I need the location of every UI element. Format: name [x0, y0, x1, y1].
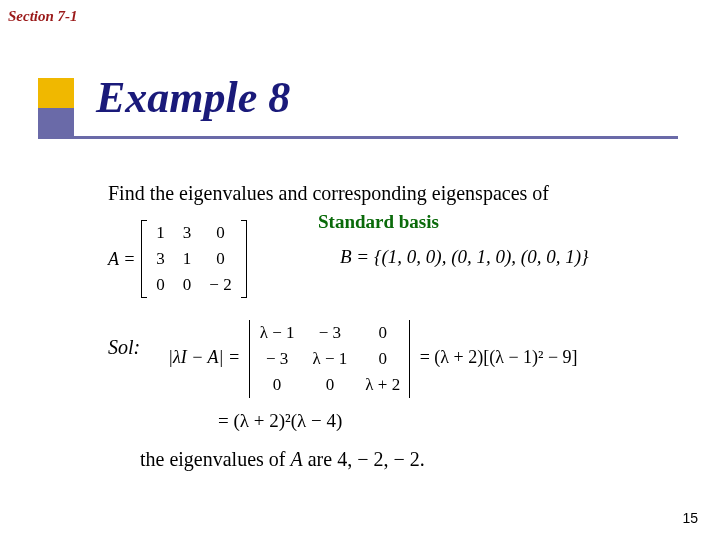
matrix-cell: 0 — [200, 246, 240, 272]
factored-form: = (λ + 2)²(λ − 4) — [218, 410, 342, 432]
matrix-A: A = 1 3 0 3 1 0 0 0 − 2 — [108, 220, 247, 298]
title-accent-gold — [38, 78, 74, 108]
standard-basis-label: Standard basis — [318, 211, 439, 233]
result-prefix: the eigenvalues of — [140, 448, 291, 470]
matrix-cell: 1 — [147, 220, 174, 246]
det-cell: − 3 — [251, 346, 304, 372]
matrix-cell: 0 — [147, 272, 174, 298]
title-underline — [38, 136, 678, 139]
det-cell: 0 — [356, 320, 409, 346]
matrix-cell: 3 — [147, 246, 174, 272]
det-cell: 0 — [356, 346, 409, 372]
matrix-A-label: A = — [108, 249, 135, 270]
matrix-A-body: 1 3 0 3 1 0 0 0 − 2 — [147, 220, 240, 298]
result-suffix: are 4, − 2, − 2. — [303, 448, 425, 470]
matrix-cell: − 2 — [200, 272, 240, 298]
det-cell: 0 — [304, 372, 357, 398]
det-body: λ − 1 − 3 0 − 3 λ − 1 0 0 0 λ + 2 — [251, 320, 410, 398]
title-accent-blue — [38, 108, 74, 138]
basis-B: B = {(1, 0, 0), (0, 1, 0), (0, 0, 1)} — [340, 246, 589, 268]
matrix-cell: 3 — [174, 220, 201, 246]
determinant-equation: |λI − A| = λ − 1 − 3 0 − 3 λ − 1 0 0 0 λ… — [168, 320, 578, 398]
det-lhs: |λI − A| = — [168, 347, 240, 367]
matrix-cell: 1 — [174, 246, 201, 272]
det-cell: λ + 2 — [356, 372, 409, 398]
det-cell: 0 — [251, 372, 304, 398]
det-rhs: = (λ + 2)[(λ − 1)² − 9] — [420, 347, 578, 367]
matrix-cell: 0 — [200, 220, 240, 246]
result-A: A — [291, 448, 303, 470]
problem-statement: Find the eigenvalues and corresponding e… — [108, 182, 549, 205]
det-cell: − 3 — [304, 320, 357, 346]
page-number: 15 — [682, 510, 698, 526]
det-cell: λ − 1 — [304, 346, 357, 372]
bracket-right-icon — [241, 220, 247, 298]
solution-label: Sol: — [108, 336, 140, 359]
title-block: Example 8 — [38, 78, 678, 158]
matrix-cell: 0 — [174, 272, 201, 298]
det-cell: λ − 1 — [251, 320, 304, 346]
page-title: Example 8 — [96, 72, 290, 123]
section-header: Section 7-1 — [8, 8, 78, 25]
vbar-right-icon — [409, 320, 411, 398]
eigenvalue-result: the eigenvalues of A are 4, − 2, − 2. — [140, 448, 425, 471]
